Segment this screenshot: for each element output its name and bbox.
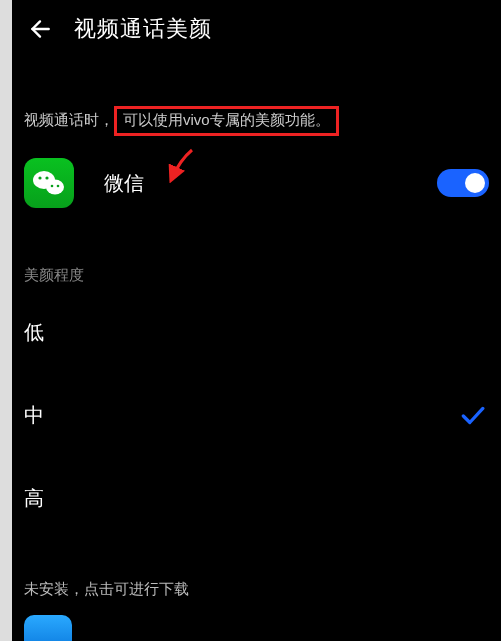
level-label: 中 (24, 402, 44, 429)
description-row: 视频通话时， 可以使用vivo专属的美颜功能。 (12, 58, 501, 150)
phone-screen: 视频通话美颜 视频通话时， 可以使用vivo专属的美颜功能。 微信 (12, 0, 501, 641)
wechat-icon (24, 158, 74, 208)
app-enable-toggle[interactable] (437, 169, 489, 197)
toggle-knob (465, 173, 485, 193)
download-app-icon[interactable] (24, 615, 72, 641)
arrow-left-icon (27, 16, 53, 42)
svg-point-5 (51, 185, 54, 188)
beauty-level-high[interactable]: 高 (12, 457, 501, 540)
back-button[interactable] (24, 13, 56, 45)
check-icon (459, 403, 485, 429)
header-bar: 视频通话美颜 (12, 0, 501, 58)
description-highlight: 可以使用vivo专属的美颜功能。 (114, 106, 339, 136)
beauty-section-label: 美颜程度 (12, 232, 501, 291)
svg-point-2 (46, 180, 64, 195)
svg-point-6 (57, 185, 60, 188)
wechat-bubbles-icon (31, 167, 67, 199)
not-installed-hint: 未安装，点击可进行下载 (12, 540, 501, 609)
check-slot (459, 320, 485, 346)
frame: 视频通话美颜 视频通话时， 可以使用vivo专属的美颜功能。 微信 (0, 0, 501, 641)
left-gutter (0, 0, 12, 641)
level-label: 高 (24, 485, 44, 512)
svg-point-4 (45, 177, 48, 180)
check-slot (459, 486, 485, 512)
page-title: 视频通话美颜 (74, 14, 212, 44)
description-prefix: 视频通话时， (24, 111, 114, 130)
app-name-label: 微信 (104, 170, 437, 197)
beauty-level-low[interactable]: 低 (12, 291, 501, 374)
beauty-level-list: 低 中 高 (12, 291, 501, 540)
level-label: 低 (24, 319, 44, 346)
app-toggle-row: 微信 (12, 150, 501, 232)
svg-point-3 (38, 177, 41, 180)
beauty-level-medium[interactable]: 中 (12, 374, 501, 457)
